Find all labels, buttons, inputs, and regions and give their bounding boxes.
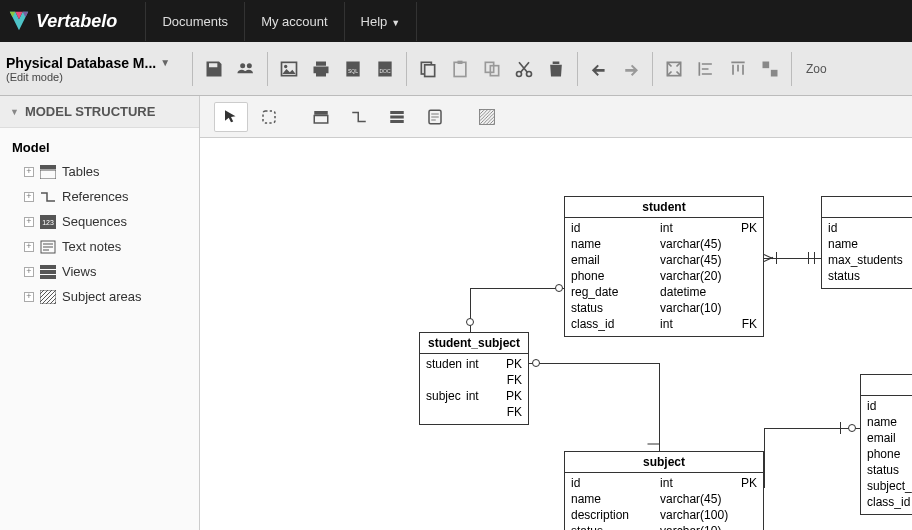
column-name: email [867, 430, 912, 446]
doc-export-button[interactable]: DOC [370, 54, 400, 84]
arrange-icon [760, 59, 780, 79]
column-key [735, 507, 757, 523]
sql-export-button[interactable]: SQL [338, 54, 368, 84]
relation-line[interactable] [764, 428, 860, 429]
column-row[interactable]: reg_datedatetime [571, 284, 757, 300]
print-button[interactable] [306, 54, 336, 84]
relation-line[interactable] [529, 363, 659, 364]
arrange-button[interactable] [755, 54, 785, 84]
svg-point-7 [284, 64, 287, 67]
column-name: status [828, 268, 912, 284]
sidebar-item-references[interactable]: + References [6, 184, 193, 209]
column-row[interactable]: emailvarchar(45) [867, 430, 912, 446]
tool-table[interactable] [304, 102, 338, 132]
note-icon [40, 240, 56, 254]
share-button[interactable] [231, 54, 261, 84]
sidebar-item-text-notes[interactable]: + Text notes [6, 234, 193, 259]
reference-icon [350, 108, 368, 126]
tool-note[interactable] [418, 102, 452, 132]
entity-student_subject[interactable]: student_subjectstudenintPK FKsubjecintPK… [419, 332, 529, 425]
relation-line[interactable] [659, 363, 660, 451]
sidebar-heading[interactable]: ▼ MODEL STRUCTURE [0, 96, 199, 128]
column-row[interactable]: max_studentsint [828, 252, 912, 268]
column-name: class_id [867, 494, 912, 510]
entity-subject[interactable]: subjectidintPKnamevarchar(45)description… [564, 451, 764, 530]
column-row[interactable]: idintPK [571, 220, 757, 236]
brand-logo[interactable]: Vertabelo [8, 10, 117, 32]
entity-class[interactable]: classidintPKnamevarchar(10)max_studentsi… [821, 196, 912, 289]
column-row[interactable]: subject_idintFK [867, 478, 912, 494]
copy-button[interactable] [413, 54, 443, 84]
sidebar-item-views[interactable]: + Views [6, 259, 193, 284]
undo-button[interactable] [584, 54, 614, 84]
column-row[interactable]: subjecintPK FK [426, 388, 522, 420]
toolbar-separator [652, 52, 653, 86]
column-name: reg_date [571, 284, 656, 300]
column-row[interactable]: statusvarchar(10) [867, 462, 912, 478]
main-toolbar: Physical Database M...▼ (Edit mode) SQL … [0, 42, 912, 96]
entity-teacher[interactable]: teacheridintPKnamevarchar(45)emailvarcha… [860, 374, 912, 515]
expand-icon[interactable]: + [24, 292, 34, 302]
column-row[interactable]: emailvarchar(45) [571, 252, 757, 268]
marquee-icon [260, 108, 278, 126]
redo-button[interactable] [616, 54, 646, 84]
scissors-icon [514, 59, 534, 79]
column-key [735, 236, 757, 252]
column-row[interactable]: namevarchar(45) [867, 414, 912, 430]
align-left-button[interactable] [691, 54, 721, 84]
column-row[interactable]: class_idintFK [571, 316, 757, 332]
sidebar-item-tables[interactable]: + Tables [6, 159, 193, 184]
column-row[interactable]: idintPK [867, 398, 912, 414]
column-row[interactable]: descriptionvarchar(100) [571, 507, 757, 523]
column-type: int [660, 220, 731, 236]
expand-icon[interactable]: + [24, 267, 34, 277]
cut-button[interactable] [509, 54, 539, 84]
sidebar-item-subject-areas[interactable]: + Subject areas [6, 284, 193, 309]
svg-rect-31 [40, 290, 56, 304]
tool-select[interactable] [214, 102, 248, 132]
view-icon [40, 265, 56, 279]
tool-area[interactable] [470, 102, 504, 132]
column-row[interactable]: class_idintFK [867, 494, 912, 510]
tool-marquee[interactable] [252, 102, 286, 132]
expand-icon[interactable]: + [24, 167, 34, 177]
sidebar-item-sequences[interactable]: + 123 Sequences [6, 209, 193, 234]
column-row[interactable]: statusvarchar(10) [571, 300, 757, 316]
sql-icon: SQL [343, 59, 363, 79]
save-button[interactable] [199, 54, 229, 84]
column-row[interactable]: phonevarchar(20) [571, 268, 757, 284]
model-title: Physical Database M... [6, 55, 156, 71]
tool-view[interactable] [380, 102, 414, 132]
entity-student[interactable]: studentidintPKnamevarchar(45)emailvarcha… [564, 196, 764, 337]
expand-icon[interactable]: + [24, 217, 34, 227]
column-row[interactable]: idintPK [828, 220, 912, 236]
column-row[interactable]: phonevarchar(20) [867, 446, 912, 462]
nav-my-account[interactable]: My account [244, 2, 343, 41]
column-row[interactable]: statusvarchar(10) [828, 268, 912, 284]
duplicate-button[interactable] [477, 54, 507, 84]
nav-help[interactable]: Help▼ [344, 2, 418, 41]
expand-icon[interactable]: + [24, 242, 34, 252]
svg-rect-23 [40, 165, 56, 169]
column-row[interactable]: statusvarchar(10) [571, 523, 757, 530]
model-title-block[interactable]: Physical Database M...▼ (Edit mode) [6, 55, 186, 83]
column-row[interactable]: idintPK [571, 475, 757, 491]
svg-rect-30 [40, 275, 56, 279]
relation-line[interactable] [470, 288, 564, 289]
column-row[interactable]: namevarchar(45) [571, 236, 757, 252]
paste-icon [450, 59, 470, 79]
fit-button[interactable] [659, 54, 689, 84]
column-row[interactable]: namevarchar(10) [828, 236, 912, 252]
align-top-button[interactable] [723, 54, 753, 84]
column-row[interactable]: namevarchar(45) [571, 491, 757, 507]
tree-root[interactable]: Model [6, 136, 193, 159]
nav-documents[interactable]: Documents [145, 2, 244, 41]
paste-button[interactable] [445, 54, 475, 84]
column-row[interactable]: studenintPK FK [426, 356, 522, 388]
column-key [735, 491, 757, 507]
delete-button[interactable] [541, 54, 571, 84]
expand-icon[interactable]: + [24, 192, 34, 202]
image-export-button[interactable] [274, 54, 304, 84]
tool-reference[interactable] [342, 102, 376, 132]
diagram-canvas[interactable]: studentidintPKnamevarchar(45)emailvarcha… [200, 138, 912, 530]
